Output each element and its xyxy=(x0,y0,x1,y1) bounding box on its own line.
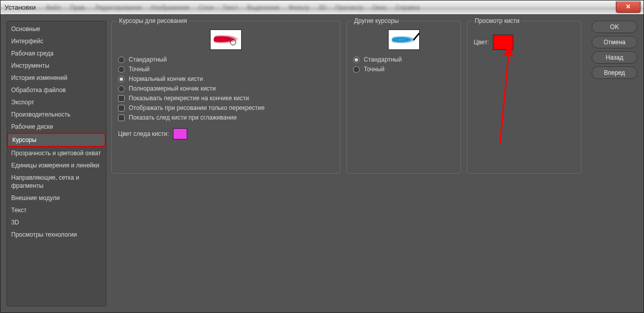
sidebar-item-12[interactable]: Направляющие, сетка и фрагменты xyxy=(7,172,106,192)
radio-label: Стандартный xyxy=(364,56,402,63)
painting-cursor-check-1[interactable] xyxy=(118,105,125,111)
sidebar: ОсновныеИнтерфейсРабочая средаИнструмент… xyxy=(7,21,106,306)
sidebar-item-1[interactable]: Интерфейс xyxy=(7,35,106,47)
other-cursor-preview xyxy=(388,30,420,50)
svg-line-0 xyxy=(500,48,509,144)
checkbox-label: Показывать перекрестие на кончике кисти xyxy=(129,95,249,102)
radio-label: Полноразмерный кончик кисти xyxy=(129,85,216,92)
sidebar-item-5[interactable]: Обработка файлов xyxy=(7,84,106,96)
painting-cursor-check-2[interactable] xyxy=(118,115,125,121)
other-cursor-radio-1[interactable] xyxy=(353,66,360,73)
brush-trail-color-swatch[interactable] xyxy=(173,128,187,139)
sidebar-item-8[interactable]: Рабочие диски xyxy=(7,121,106,133)
brush-preview-color-label: Цвет: xyxy=(474,39,489,46)
sidebar-item-0[interactable]: Основные xyxy=(7,23,106,35)
sidebar-item-7[interactable]: Производительность xyxy=(7,108,106,121)
sidebar-item-14[interactable]: Текст xyxy=(7,204,106,216)
painting-cursor-radio-3[interactable] xyxy=(118,86,125,92)
window-title: Установки xyxy=(5,4,36,11)
radio-label: Стандартный xyxy=(129,56,167,63)
back-button[interactable]: Назад xyxy=(592,51,637,64)
dialog-buttons: OK Отмена Назад Вперед xyxy=(592,21,637,306)
sidebar-item-3[interactable]: Инструменты xyxy=(7,60,106,72)
checkbox-label: Показать след кисти при сглаживании xyxy=(129,114,237,121)
panel-legend: Просмотр кисти xyxy=(473,17,521,24)
checkbox-label: Отображать при рисовании только перекрес… xyxy=(129,104,265,111)
sidebar-item-9[interactable]: Курсоры xyxy=(7,133,106,147)
other-cursors-group: Другие курсоры СтандартныйТочный xyxy=(346,21,461,174)
brush-preview-color-swatch[interactable] xyxy=(493,35,513,50)
annotation-arrow-icon xyxy=(493,44,513,146)
panel-legend: Курсоры для рисования xyxy=(117,17,189,24)
radio-label: Нормальный кончик кисти xyxy=(129,75,203,82)
sidebar-item-10[interactable]: Прозрачность и цветовой охват xyxy=(7,147,106,159)
sidebar-item-11[interactable]: Единицы измерения и линейки xyxy=(7,159,106,172)
radio-label: Точный xyxy=(364,66,385,73)
sidebar-item-6[interactable]: Экспорт xyxy=(7,96,106,108)
painting-cursor-preview xyxy=(210,30,242,50)
background-menu-blur: ФайлПрав.РедактированиеИзображениеСлоиТе… xyxy=(46,4,420,11)
other-cursor-radio-0[interactable] xyxy=(353,56,360,63)
painting-cursor-check-0[interactable] xyxy=(118,95,125,102)
painting-cursors-group: Курсоры для рисования СтандартныйТочныйН… xyxy=(111,21,340,174)
sidebar-item-2[interactable]: Рабочая среда xyxy=(7,47,106,60)
titlebar: Установки ФайлПрав.РедактированиеИзображ… xyxy=(1,1,643,15)
sidebar-item-4[interactable]: История изменений xyxy=(7,72,106,84)
sidebar-item-15[interactable]: 3D xyxy=(7,216,106,229)
sidebar-item-16[interactable]: Просмотры технологии xyxy=(7,229,106,241)
brush-trail-color-label: Цвет следа кисти: xyxy=(118,130,169,137)
radio-label: Точный xyxy=(129,66,150,73)
painting-cursor-radio-1[interactable] xyxy=(118,66,125,73)
sidebar-item-13[interactable]: Внешние модули xyxy=(7,192,106,204)
panel-legend: Другие курсоры xyxy=(352,17,401,24)
painting-cursor-radio-2[interactable] xyxy=(118,76,125,82)
painting-cursor-radio-0[interactable] xyxy=(118,56,125,63)
ok-button[interactable]: OK xyxy=(592,21,637,33)
close-icon: ✕ xyxy=(626,3,631,10)
cancel-button[interactable]: Отмена xyxy=(592,36,637,48)
close-button[interactable]: ✕ xyxy=(616,2,640,13)
brush-preview-group: Просмотр кисти Цвет: xyxy=(467,21,581,174)
forward-button[interactable]: Вперед xyxy=(592,67,637,79)
